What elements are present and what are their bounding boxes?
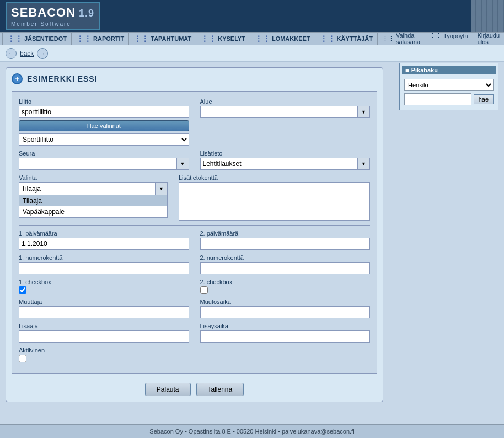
lisatietokentta-label: Lisätietokenttä (179, 174, 370, 181)
lisatieto-dropdown-row: ▼ (200, 158, 371, 170)
footer: Sebacon Oy • Opastinsilta 8 E • 00520 He… (0, 424, 504, 438)
valinta-dropdown-arrow[interactable]: ▼ (155, 183, 167, 195)
nav-dots-salasana: ⋮⋮ (382, 35, 394, 42)
cb2-checkbox[interactable] (200, 286, 208, 294)
form-group-muutosaika: Muutosaika (200, 298, 371, 318)
panel-icon: + (12, 73, 23, 84)
pikahaku-search-input[interactable] (404, 93, 471, 105)
logo-seba: SEBA (11, 6, 47, 19)
footer-text: Sebacon Oy • Opastinsilta 8 E • 00520 He… (149, 428, 354, 435)
form-row-lisaaja: Lisääjä Lisäysaika (19, 323, 370, 343)
logo-con: CON (47, 6, 76, 19)
form-group-seura: Seura ▼ (19, 150, 189, 170)
back-link[interactable]: back (20, 50, 34, 57)
form-group-lisatietokentta: Lisätietokenttä (179, 174, 370, 221)
panel-title: ESIMERKKI ESSI (27, 74, 98, 83)
valinta-input[interactable] (19, 183, 155, 195)
form-row-valinta-lisatietokentta: Valinta ▼ Tilaaja Vapääkappale (19, 174, 370, 221)
pvm2-input[interactable] (200, 238, 371, 250)
muuttaja-input[interactable] (19, 306, 189, 318)
nav-vaihda-salasana[interactable]: ⋮⋮ Vaihda salasana (378, 32, 425, 45)
muuttaja-label: Muuttaja (19, 298, 189, 305)
cb1-checkbox[interactable] (19, 286, 26, 294)
pikahaku-collapse-icon[interactable]: ■ (405, 67, 409, 73)
form-group-alue: Alue ▼ (200, 98, 371, 118)
liitto-select[interactable]: Sporttiliitto Toinen liitto (19, 133, 189, 146)
lisatietokentta-textarea[interactable] (179, 182, 370, 221)
panel-header: + ESIMERKKI ESSI (12, 73, 377, 84)
seura-label: Seura (19, 150, 189, 157)
nro2-input[interactable] (200, 262, 371, 274)
lisatieto-dropdown-arrow[interactable]: ▼ (358, 158, 370, 170)
lisaaja-input[interactable] (19, 330, 189, 343)
valinta-dropdown-list: Tilaaja Vapääkappale (19, 195, 167, 217)
form-panel: + ESIMERKKI ESSI Liitto Hae valinnat Spo… (6, 67, 383, 402)
lisatieto-input[interactable] (200, 158, 358, 170)
nav-dots-raportit: ⋮⋮ (76, 34, 92, 43)
logo-version: 1.9 (76, 8, 94, 19)
form-group-lisaaja: Lisääjä (19, 323, 189, 343)
form-group-valinta: Valinta ▼ Tilaaja Vapääkappale (19, 174, 168, 218)
nav-item-tapahtumat[interactable]: ⋮⋮ TAPAHTUMAT (129, 33, 196, 45)
pikahaku-type-select[interactable]: Henkilö Jäsen Yritys (404, 79, 494, 91)
pvm1-label: 1. päivämäärä (19, 230, 189, 237)
nav-label-tapahtumat: TAPAHTUMAT (151, 35, 191, 42)
nav-dots-tyopoyta: ⋮⋮ (430, 32, 442, 39)
cb2-label: 2. checkbox (200, 279, 371, 285)
form-row-liitto-alue: Liitto Hae valinnat Sporttiliitto Toinen… (19, 98, 370, 146)
toolbar: ← back → ■ Pikahaku Henkilö Jäsen Yritys… (0, 45, 504, 62)
forward-arrow-button[interactable]: → (37, 48, 48, 59)
nro1-label: 1. numerokenttä (19, 254, 189, 261)
nav-label-tyopoyta: Työpöytä (443, 33, 468, 39)
nav-kirjaudu-ulos[interactable]: Kirjaudu ulos (473, 32, 504, 45)
muutosaika-input[interactable] (200, 306, 371, 318)
liitto-input[interactable] (19, 106, 189, 118)
pikahaku-hae-button[interactable]: hae (474, 94, 494, 104)
seura-input[interactable] (19, 158, 177, 170)
navbar: ⋮⋮ JÄSENTIEDOT ⋮⋮ RAPORTIT ⋮⋮ TAPAHTUMAT… (0, 32, 504, 45)
pvm1-input[interactable] (19, 238, 189, 250)
nav-item-lomakkeet[interactable]: ⋮⋮ LOMAKKEET (250, 33, 315, 45)
back-arrow-button[interactable]: ← (6, 48, 17, 59)
pikahaku-panel: ■ Pikahaku Henkilö Jäsen Yritys hae (399, 63, 498, 110)
form-row-seura-lisatieto: Seura ▼ Lisätieto ▼ (19, 150, 370, 170)
pikahaku-inner: Henkilö Jäsen Yritys hae (402, 77, 496, 108)
form-group-liitto: Liitto Hae valinnat Sporttiliitto Toinen… (19, 98, 189, 146)
nro1-input[interactable] (19, 262, 189, 274)
form-group-cb2: 2. checkbox (200, 279, 371, 294)
form-group-lisaysaika: Lisäysaika (200, 323, 371, 343)
form-container: Liitto Hae valinnat Sporttiliitto Toinen… (12, 91, 377, 374)
valinta-option-vapaaekappale[interactable]: Vapääkappale (19, 206, 167, 217)
aktiivinen-checkbox[interactable] (19, 355, 26, 362)
seura-dropdown-row: ▼ (19, 158, 189, 170)
muutosaika-label: Muutosaika (200, 298, 371, 305)
valinta-dropdown-container: ▼ Tilaaja Vapääkappale (19, 182, 168, 218)
form-row-aktiivinen: Aktiivinen (19, 347, 370, 362)
form-group-pvm1: 1. päivämäärä (19, 230, 189, 250)
nav-item-kyselyt[interactable]: ⋮⋮ KYSELYT (196, 33, 250, 45)
tallenna-button[interactable]: Tallenna (196, 383, 244, 396)
alue-label: Alue (200, 98, 371, 105)
alue-dropdown-arrow[interactable]: ▼ (358, 106, 370, 118)
nav-item-raportit[interactable]: ⋮⋮ RAPORTIT (72, 33, 129, 45)
palauta-button[interactable]: Palauta (145, 383, 191, 396)
valinta-label: Valinta (19, 174, 168, 181)
hae-valinnat-button[interactable]: Hae valinnat (19, 120, 189, 131)
main-content: + ESIMERKKI ESSI Liitto Hae valinnat Spo… (0, 62, 504, 408)
nav-item-jasentieto[interactable]: ⋮⋮ JÄSENTIEDOT (2, 33, 72, 45)
seura-dropdown-arrow[interactable]: ▼ (177, 158, 189, 170)
nav-item-kayttajat[interactable]: ⋮⋮ KÄYTTÄJÄT (315, 33, 378, 45)
form-group-nro2: 2. numerokenttä (200, 254, 371, 274)
form-row-checkboxes: 1. checkbox 2. checkbox (19, 279, 370, 294)
valinta-option-tilaaja[interactable]: Tilaaja (19, 195, 167, 206)
nav-label-kayttajat: KÄYTTÄJÄT (337, 35, 373, 42)
nav-dots-tapahtumat: ⋮⋮ (133, 34, 149, 43)
form-group-lisatieto: Lisätieto ▼ (200, 150, 371, 170)
nav-dots-kayttajat: ⋮⋮ (320, 34, 335, 43)
alue-input[interactable] (200, 106, 358, 118)
nav-tyopoyta[interactable]: ⋮⋮ Työpöytä (425, 32, 473, 39)
pikahaku-search-row: hae (404, 93, 494, 105)
lisaysaika-input[interactable] (200, 330, 371, 343)
form-group-aktiivinen: Aktiivinen (19, 347, 370, 362)
cb1-label: 1. checkbox (19, 279, 189, 285)
